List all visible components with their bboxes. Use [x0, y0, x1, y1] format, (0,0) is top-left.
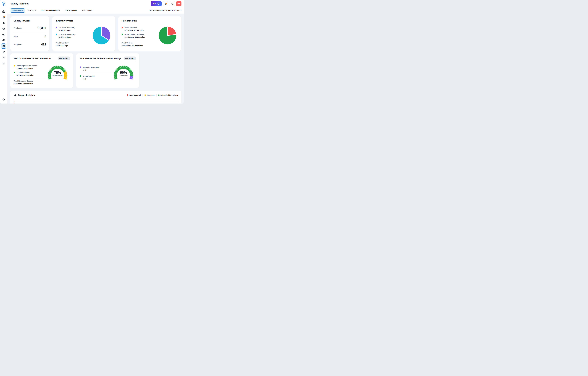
home-icon: [2, 10, 5, 13]
legend-on-order-inventory: On-Order Inventory $2.3M, 14 Days: [56, 33, 91, 38]
legend-swatch: [122, 34, 123, 35]
sidebar-item-supply-planning[interactable]: [1, 43, 6, 49]
legend-label: Exception: [147, 94, 155, 96]
conversion-gauge-chart: 78% Conversion Rate: [45, 63, 70, 84]
legend-value: 223 Orders, $930k Value: [125, 36, 157, 38]
legend-swatch: [14, 72, 15, 73]
automation-card: Purchase Order Automation Percentage Las…: [76, 53, 139, 88]
binoculars-icon: [14, 94, 17, 97]
stat-row-sites: Sites 5: [14, 32, 46, 41]
legend-scheduled-for-release: Scheduled for Release: [158, 94, 178, 96]
topbar-actions: Ask RS: [151, 1, 182, 6]
conversion-title: Plan to Purchase Order Conversion: [14, 57, 51, 60]
gauge-text: 78% Conversion Rate: [45, 71, 70, 76]
divider: [14, 78, 45, 78]
total-value: 67 Orders, $220k Value: [14, 83, 45, 84]
notification-dot: [166, 3, 167, 4]
tab-plan-analytics[interactable]: Plan Analytics: [80, 9, 94, 12]
purchase-plan-card: Purchase Plan Need Approval 67 Orders, $…: [118, 16, 181, 51]
legend-swatch: [56, 34, 57, 35]
stat-value: 432: [41, 43, 46, 46]
notifications-button[interactable]: [170, 1, 175, 6]
pie-chart-svg: [158, 26, 177, 45]
map-pin-icon: [2, 21, 5, 25]
sidebar-item-home[interactable]: [1, 9, 6, 14]
total-value: $3.7M, 22 Days: [56, 44, 91, 47]
sidebar-item-locations[interactable]: [1, 21, 6, 26]
supply-insights-title: Supply Insights: [18, 94, 35, 96]
legend-label: Scheduled for Release: [125, 33, 144, 35]
pie-chart-svg: [92, 26, 111, 45]
leaf-icon: [2, 50, 5, 53]
total-value: 290 Orders, $1.15M Value: [122, 44, 157, 47]
stat-label: Suppliers: [14, 43, 22, 46]
insight-list-item[interactable]: [14, 101, 178, 104]
gauge-value: 78%: [45, 71, 70, 74]
top-bar: Supply Planning Ask: [0, 0, 184, 7]
legend-dot: [145, 94, 146, 96]
sidebar-item-targets[interactable]: [1, 61, 6, 66]
user-avatar[interactable]: RS: [176, 1, 182, 6]
sidebar-item-sustainability[interactable]: [1, 49, 6, 54]
supply-chain-cube-icon: [2, 1, 6, 6]
total-label: Total Released Orders: [14, 80, 45, 82]
gauge-text: 90% Automation: [111, 71, 136, 76]
clipboard-chart-icon: [2, 39, 5, 42]
total-label: Total Inventory: [56, 42, 91, 44]
tab-plan-exceptions[interactable]: Plan Exceptions: [63, 9, 79, 12]
app-logo[interactable]: [0, 0, 7, 7]
legend-label: Scheduled for Release: [160, 94, 178, 96]
sidebar-nav: [0, 7, 7, 104]
binoculars-icon: [2, 16, 5, 19]
stat-value: 5: [44, 34, 46, 38]
sidebar-item-inventory-list[interactable]: [1, 32, 6, 37]
legend-value: 67 Orders, $220K Value: [125, 29, 157, 31]
sidebar-item-settings[interactable]: [1, 97, 6, 102]
stat-row-products: Products 16,390: [14, 24, 46, 32]
sidebar-item-demand-plans[interactable]: [1, 38, 6, 43]
time-range-badge[interactable]: Last 30 days: [124, 56, 136, 60]
legend-scheduled-for-release: Scheduled for Release 223 Orders, $930k …: [122, 33, 157, 38]
tab-plan-overview[interactable]: Plan Overview: [11, 9, 25, 12]
gauge-cards-row: Plan to Purchase Order Conversion Last 3…: [10, 53, 182, 88]
legend-swatch: [122, 27, 123, 28]
inventory-pie-chart: [91, 24, 112, 47]
supply-plan-board-icon: [2, 44, 5, 48]
time-range-badge[interactable]: Last 30 days: [58, 56, 70, 60]
divider: [56, 40, 91, 40]
tab-plan-inputs[interactable]: Plan Inputs: [26, 9, 38, 12]
legend-label: Pending PO Conversion: [17, 65, 37, 67]
legend-value: $2.3M, 14 Days: [59, 36, 91, 38]
legend-dot: [158, 94, 160, 96]
package-icon: [2, 27, 5, 30]
legend-need-approval: Need Approval: [127, 94, 141, 96]
total-label: Total Orders: [122, 42, 157, 44]
legend-label: Need Approval: [125, 27, 137, 29]
bell-icon: [171, 2, 174, 5]
gauge-label: Conversion Rate: [45, 75, 70, 76]
tab-purchase-order-requests[interactable]: Purchase Order Requests: [39, 9, 62, 12]
legend-label: On-Order Inventory: [59, 33, 75, 35]
legend-value: 90%: [83, 78, 111, 80]
legend-manually-approved: Manually Approved 10%: [80, 66, 111, 71]
divider: [142, 94, 143, 96]
legend-value: $1.2M, 8 Days: [59, 29, 91, 31]
gauge-value: 90%: [111, 71, 136, 74]
notification-dot: [4, 16, 5, 17]
sidebar-item-network[interactable]: [1, 55, 6, 60]
stat-value: 16,390: [37, 26, 46, 30]
feedback-chat-button[interactable]: [163, 1, 168, 6]
legend-auto-approval: Auto Approval 90%: [80, 75, 111, 80]
legend-swatch: [14, 65, 15, 66]
page-title: Supply Planning: [11, 2, 29, 5]
legend-swatch: [80, 66, 81, 68]
sidebar-item-shipments[interactable]: [1, 26, 6, 31]
inventory-orders-card: Inventory Orders On-Hand Inventory $1.2M…: [52, 16, 115, 51]
purchase-pie-chart: [157, 24, 178, 47]
ask-button[interactable]: Ask: [151, 1, 162, 6]
sidebar-item-insights[interactable]: [1, 15, 6, 20]
list-card-icon: [2, 33, 5, 36]
legend-swatch: [80, 75, 81, 77]
amazon-q-icon: [157, 2, 160, 5]
legend-value: 10%: [83, 69, 111, 71]
